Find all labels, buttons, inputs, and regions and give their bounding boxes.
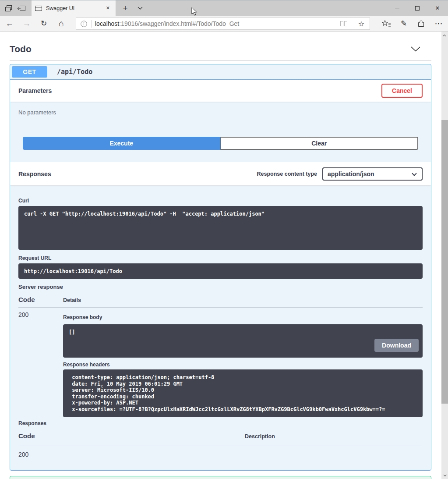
curl-label: Curl: [18, 198, 423, 204]
browser-tab-swagger-ui[interactable]: Swagger UI ✕: [32, 0, 116, 16]
response-header-line: server: Microsoft-IIS/10.0: [69, 387, 417, 394]
response-body-label: Response body: [63, 314, 423, 320]
collapse-chevron-icon[interactable]: [411, 46, 420, 52]
execute-button[interactable]: Execute: [23, 137, 220, 150]
curl-command: curl -X GET "http://localhost:19016/api/…: [18, 206, 423, 250]
table-divider: [18, 307, 423, 308]
tab-preview-button[interactable]: [2, 0, 15, 16]
minimize-button[interactable]: [387, 0, 407, 16]
request-url-label: Request URL: [18, 255, 423, 261]
address-divider: [91, 20, 92, 28]
response-header-line: content-type: application/json; charset=…: [69, 374, 417, 381]
set-aside-tabs-button[interactable]: [15, 0, 28, 16]
method-badge: GET: [12, 66, 47, 78]
server-response-table-header: Code Details: [18, 296, 423, 303]
doc-code-header: Code: [18, 432, 63, 440]
tag-section-header[interactable]: Todo: [10, 43, 431, 56]
url-host: localhost: [95, 20, 119, 27]
download-button[interactable]: Download: [374, 339, 419, 352]
cancel-button[interactable]: Cancel: [381, 84, 423, 98]
documented-responses-label: Responses: [18, 420, 423, 426]
scroll-up-icon: [443, 35, 446, 38]
share-button[interactable]: [413, 16, 430, 31]
opblock-get: GET /api/Todo Parameters Cancel No param…: [10, 64, 431, 471]
home-button[interactable]: ⌂: [53, 16, 70, 31]
server-response-row: 200 Response body [] Download Response h…: [18, 311, 423, 417]
parameters-title: Parameters: [18, 87, 52, 94]
add-notes-button[interactable]: ✎: [395, 16, 413, 31]
page-viewport: Todo GET /api/Todo Parameters Cancel No …: [0, 32, 441, 479]
response-header-line: x-sourcefiles: =?UTF-8?B?QzpcUlxHaXRIdWJ…: [69, 406, 417, 413]
operation-summary[interactable]: GET /api/Todo: [10, 64, 431, 80]
add-favorite-star-icon[interactable]: ☆: [354, 20, 370, 28]
scrollbar-thumb[interactable]: [441, 120, 448, 404]
details-header: Details: [63, 297, 81, 303]
select-chevron-icon: [412, 171, 416, 176]
vertical-scrollbar[interactable]: [441, 32, 448, 479]
content-type-select[interactable]: application/json: [322, 167, 423, 181]
execute-button-group: Execute Clear: [23, 137, 418, 150]
url-path: :19016/swagger/index.html#/Todo/Todo_Get: [119, 20, 239, 27]
close-icon: ✕: [435, 5, 440, 11]
scroll-up-button[interactable]: [441, 32, 448, 39]
content-type-value: application/json: [328, 170, 374, 177]
response-header-line: date: Fri, 10 May 2019 06:01:29 GMT: [69, 381, 417, 387]
tab-preview-icon: [5, 5, 12, 12]
page-title: Todo: [10, 44, 32, 54]
tab-list-chevron-button[interactable]: [134, 0, 147, 16]
code-header: Code: [18, 296, 63, 303]
parameters-body: No parameters Execute Clear: [10, 102, 431, 150]
response-body-value: []: [69, 329, 75, 335]
response-headers-box: content-type: application/json; charset=…: [63, 369, 423, 417]
table-divider: [18, 446, 423, 446]
response-headers-label: Response headers: [63, 362, 423, 368]
parameters-header: Parameters Cancel: [10, 80, 431, 102]
description-header: Description: [245, 433, 275, 440]
favorites-hub-button[interactable]: [377, 16, 395, 31]
browser-titlebar: Swagger UI ✕ + ✕: [0, 0, 448, 16]
back-button[interactable]: ←: [1, 16, 18, 31]
more-options-button[interactable]: ⋯: [430, 16, 448, 31]
maximize-icon: [415, 6, 420, 11]
opblock-post-partial[interactable]: [10, 476, 431, 479]
doc-status-code: 200: [18, 451, 63, 458]
no-parameters-text: No parameters: [18, 109, 423, 116]
response-header-line: transfer-encoding: chunked: [69, 394, 417, 400]
scroll-down-button[interactable]: [441, 472, 448, 479]
responses-title: Responses: [18, 170, 51, 177]
server-response-label: Server response: [18, 284, 423, 290]
scroll-down-icon: [444, 473, 447, 476]
close-window-button[interactable]: ✕: [427, 0, 448, 16]
tab-title: Swagger UI: [46, 5, 104, 11]
share-icon: [417, 20, 425, 28]
chevron-down-icon: [138, 7, 143, 10]
response-header-line: x-powered-by: ASP.NET: [69, 400, 417, 406]
responses-body: Curl curl -X GET "http://localhost:19016…: [10, 185, 431, 470]
maximize-button[interactable]: [407, 0, 427, 16]
address-bar[interactable]: localhost:19016/swagger/index.html#/Todo…: [76, 18, 370, 30]
minimize-icon: [395, 8, 399, 8]
request-url-value: http://localhost:19016/api/Todo: [18, 263, 423, 279]
notes-pen-icon: ✎: [401, 19, 407, 28]
response-body-box: [] Download: [63, 324, 423, 358]
hub-star-icon: [382, 20, 391, 27]
responses-header: Responses Response content type applicat…: [10, 162, 431, 185]
operation-path: /api/Todo: [57, 68, 92, 76]
content-type-label: Response content type: [257, 171, 317, 177]
reading-view-icon[interactable]: [340, 21, 348, 27]
set-aside-tabs-icon: [17, 5, 26, 12]
tab-close-button[interactable]: ✕: [104, 4, 112, 12]
site-info-icon[interactable]: [76, 21, 91, 27]
documented-table-header: Code Description: [18, 432, 423, 440]
new-tab-button[interactable]: +: [119, 0, 131, 16]
documented-response-row: 200: [18, 451, 423, 458]
browser-toolbar: ← → ↻ ⌂ localhost:19016/swagger/index.ht…: [0, 16, 448, 32]
clear-button[interactable]: Clear: [220, 137, 419, 150]
forward-button[interactable]: →: [18, 16, 35, 31]
status-code: 200: [18, 311, 63, 417]
url-text[interactable]: localhost:19016/swagger/index.html#/Todo…: [95, 20, 340, 27]
section-divider: [10, 60, 431, 60]
refresh-button[interactable]: ↻: [35, 16, 52, 31]
page-favicon-icon: [35, 5, 42, 12]
